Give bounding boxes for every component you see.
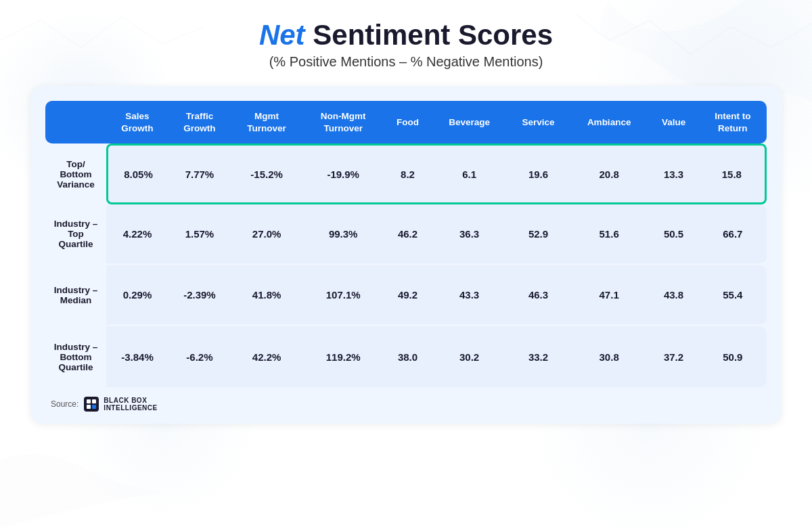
blackbox-logo: BLACK BOXINTELLIGENCE [83,395,157,413]
cell-traffic_growth: -6.2% [168,326,231,387]
cell-service: 52.9 [507,204,570,265]
main-title: Net Sentiment Scores [259,19,553,51]
title-rest: Sentiment Scores [305,19,553,51]
cell-row_label: Industry –TopQuartile [45,204,106,265]
col-header-empty [45,101,106,144]
cell-value: 37.2 [648,326,698,387]
cell-food: 8.2 [384,144,432,204]
cell-food: 38.0 [384,326,432,387]
cell-sales_growth: -3.84% [106,326,168,387]
table-row: Industry –BottomQuartile-3.84%-6.2%42.2%… [45,326,767,387]
cell-intent_return: 15.8 [699,144,767,204]
cell-row_label: Industry –Median [45,265,106,326]
svg-rect-3 [87,405,91,409]
col-header-traffic-growth: TrafficGrowth [168,101,231,144]
sentiment-table: SalesGrowth TrafficGrowth MgmtTurnover N… [45,101,767,387]
table-row: Industry –TopQuartile4.22%1.57%27.0%99.3… [45,204,767,265]
cell-food: 49.2 [384,265,432,326]
col-header-food: Food [384,101,432,144]
col-header-service: Service [507,101,570,144]
svg-rect-2 [92,399,96,403]
cell-ambiance: 51.6 [570,204,649,265]
col-header-value: Value [648,101,698,144]
cell-value: 13.3 [648,144,698,204]
cell-mgmt_turnover: -15.2% [231,144,302,204]
cell-beverage: 36.3 [432,204,507,265]
cell-mgmt_turnover: 27.0% [231,204,302,265]
col-header-ambiance: Ambiance [570,101,649,144]
cell-nonmgmt_turnover: 119.2% [302,326,384,387]
col-header-nonmgmt-turnover: Non-MgmtTurnover [302,101,384,144]
svg-rect-4 [92,405,96,409]
cell-service: 46.3 [507,265,570,326]
page-content: Net Sentiment Scores (% Positive Mention… [0,0,812,437]
cell-row_label: Industry –BottomQuartile [45,326,106,387]
cell-nonmgmt_turnover: -19.9% [302,144,384,204]
cell-row_label: Top/BottomVariance [45,144,106,204]
cell-intent_return: 55.4 [699,265,767,326]
col-header-sales-growth: SalesGrowth [106,101,168,144]
cell-service: 33.2 [507,326,570,387]
title-net: Net [259,19,305,51]
cell-beverage: 43.3 [432,265,507,326]
cell-nonmgmt_turnover: 99.3% [302,204,384,265]
svg-rect-1 [87,399,91,403]
col-header-beverage: Beverage [432,101,507,144]
cell-traffic_growth: 7.77% [168,144,231,204]
cell-beverage: 6.1 [432,144,507,204]
cell-beverage: 30.2 [432,326,507,387]
cell-intent_return: 66.7 [699,204,767,265]
source-row: Source: BLACK BOXINTELLIGENCE [45,395,767,413]
cell-intent_return: 50.9 [699,326,767,387]
blackbox-logo-text: BLACK BOXINTELLIGENCE [104,397,157,412]
data-card: SalesGrowth TrafficGrowth MgmtTurnover N… [30,86,782,424]
subtitle: (% Positive Mentions – % Negative Mentio… [259,54,553,70]
cell-sales_growth: 0.29% [106,265,168,326]
cell-traffic_growth: 1.57% [168,204,231,265]
title-block: Net Sentiment Scores (% Positive Mention… [259,19,553,82]
cell-ambiance: 30.8 [570,326,649,387]
cell-nonmgmt_turnover: 107.1% [302,265,384,326]
cell-value: 50.5 [648,204,698,265]
cell-ambiance: 47.1 [570,265,649,326]
cell-sales_growth: 4.22% [106,204,168,265]
cell-value: 43.8 [648,265,698,326]
cell-food: 46.2 [384,204,432,265]
col-header-intent-return: Intent toReturn [699,101,767,144]
blackbox-logo-icon [83,395,100,413]
table-row: Top/BottomVariance8.05%7.77%-15.2%-19.9%… [45,144,767,204]
col-header-mgmt-turnover: MgmtTurnover [231,101,302,144]
source-label: Source: [51,399,78,409]
cell-service: 19.6 [507,144,570,204]
svg-rect-0 [84,397,99,412]
cell-sales_growth: 8.05% [106,144,168,204]
cell-ambiance: 20.8 [570,144,649,204]
cell-traffic_growth: -2.39% [168,265,231,326]
table-row: Industry –Median0.29%-2.39%41.8%107.1%49… [45,265,767,326]
cell-mgmt_turnover: 42.2% [231,326,302,387]
cell-mgmt_turnover: 41.8% [231,265,302,326]
table-header-row: SalesGrowth TrafficGrowth MgmtTurnover N… [45,101,767,144]
